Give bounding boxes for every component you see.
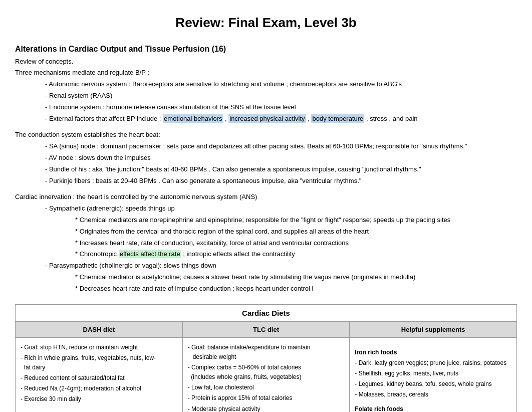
cardiac-innervation: Cardiac innervation : the heart is contr… [15, 192, 517, 202]
dash-item-5: - Exercise 30 min daily [21, 394, 177, 404]
purkinje: - Purkinje fibers : beats at 20-40 BPMs … [45, 176, 517, 186]
sympathetic: - Sympathetic (adrenergic): speeds thing… [45, 203, 517, 214]
bundle-his: - Bundle of his : aka "the junction;" be… [45, 164, 517, 175]
tlc-item-1: - Goal: balance intake/expenditure to ma… [188, 343, 345, 362]
dash-item-1: - Goal: stop HTN, reduce or maintain wei… [21, 343, 177, 352]
dash-item-2: - Rich in whole grains, fruits, vegetabl… [21, 353, 177, 372]
effects-affect-rate: effects affect the rate [119, 250, 181, 258]
chem-mediators: * Chemical mediators are norepinephrine … [75, 215, 517, 226]
cardiac-diets-title: Cardiac Diets [16, 305, 516, 322]
folate-label: Folate rich foods [355, 404, 511, 412]
increases: * Increases heart rate, rate of conducti… [75, 238, 517, 249]
tlc-item-5: - Moderate physical activity [188, 404, 345, 412]
emotional-behaviors: emotional behaviors [163, 114, 223, 123]
tlc-header: TLC diet [183, 322, 350, 338]
body-temperature: body temperature [311, 114, 364, 123]
tlc-col: TLC diet - Goal: balance intake/expendit… [183, 322, 350, 412]
dash-item-3: - Reduced content of saturated/total fat [21, 373, 177, 383]
iron-label: Iron rich foods [355, 348, 511, 357]
iron-item-1: - Dark, leafy green veggies; prune juice… [355, 358, 511, 368]
supplements-header: Helpful supplements [350, 322, 516, 338]
three-mechanisms: Three mechanisms mediate and regulate B/… [15, 68, 517, 78]
tlc-content: - Goal: balance intake/expenditure to ma… [183, 338, 350, 412]
review-label: Review of concepts. [15, 57, 517, 67]
supplements-col: Helpful supplements Iron rich foods - Da… [350, 322, 516, 412]
renal-system: - Renal system (RAAS) [45, 91, 517, 101]
supplements-content: Iron rich foods - Dark, leafy green vegg… [350, 338, 516, 412]
autonomic-nervous: - Autonomic nervous system : Barorecepto… [45, 79, 517, 90]
tlc-item-4: - Protein is approx 15% of total calorie… [188, 393, 345, 403]
decreases: * Decreases heart rate and rate of impul… [75, 284, 517, 294]
originates: * Originates from the cervical and thora… [75, 227, 517, 237]
tlc-item-2: - Complex carbs = 50-60% of total calori… [188, 363, 345, 382]
sa-node: - SA (sinus) node : dominant pacemaker ;… [45, 141, 517, 152]
conduction-intro: The conduction system establishes the he… [15, 130, 517, 140]
diet-table: DASH diet - Goal: stop HTN, reduce or ma… [16, 322, 516, 412]
increased-physical: increased physical activity [228, 114, 306, 123]
dash-header: DASH diet [16, 322, 182, 338]
chemical-mediator-para: * Chemical mediator is acetylcholine; ca… [75, 272, 517, 283]
iron-item-3: - Legumes, kidney beans, tofu, seeds, wh… [355, 379, 511, 389]
dash-item-4: - Reduced Na (2-4gm); moderation of alco… [21, 384, 177, 393]
cardiac-diets-section: Cardiac Diets DASH diet - Goal: stop HTN… [15, 304, 517, 412]
chronotropic: * Chronotropic effects affect the rate ;… [75, 249, 517, 260]
tlc-item-3: - Low fat, low cholesterol [188, 383, 345, 392]
external-factors: - External factors that affect BP includ… [45, 114, 517, 124]
iron-item-4: - Molasses, breads, cereals [355, 390, 511, 399]
endocrine-system: - Endocrine system : hormone release cau… [45, 102, 517, 113]
parasympathetic: - Parasympathetic (cholinergic or vagal)… [45, 261, 517, 271]
iron-item-2: - Shellfish, egg yolks, meats, liver, nu… [355, 369, 511, 378]
dash-content: - Goal: stop HTN, reduce or maintain wei… [16, 338, 182, 412]
page-title: Review: Final Exam, Level 3b [15, 15, 517, 31]
section-heading: Alterations in Cardiac Output and Tissue… [15, 43, 517, 56]
dash-col: DASH diet - Goal: stop HTN, reduce or ma… [16, 322, 183, 412]
av-node: - AV node : slows down the impulses [45, 153, 517, 163]
